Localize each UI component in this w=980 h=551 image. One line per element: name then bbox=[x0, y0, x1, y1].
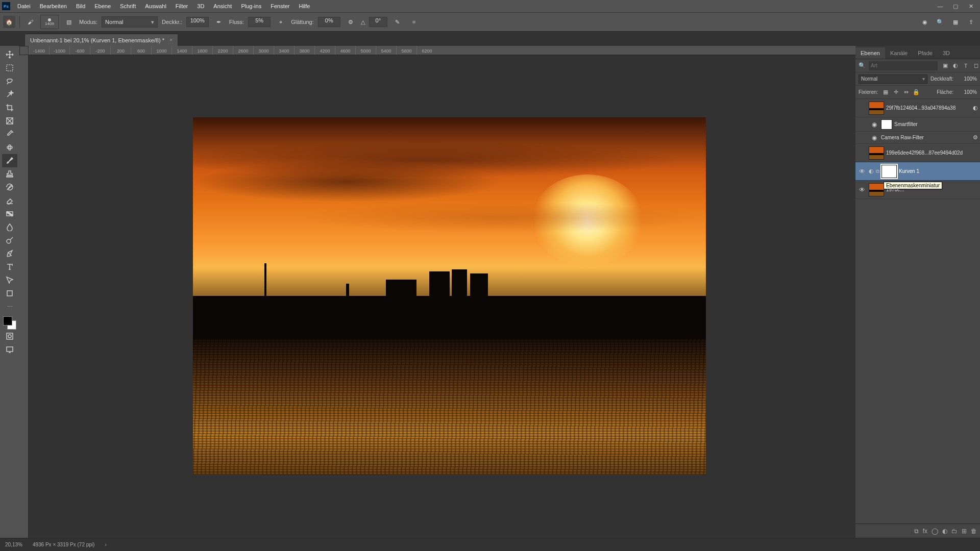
opacity-value[interactable]: 100% bbox=[957, 76, 977, 82]
mask-thumb[interactable] bbox=[881, 119, 892, 130]
filter-type-icon[interactable]: T bbox=[961, 61, 970, 70]
layer-row[interactable]: ◉ Camera Raw-Filter ⚙ bbox=[855, 132, 980, 144]
link-icon[interactable]: ⧉ bbox=[876, 168, 879, 174]
search-icon[interactable]: 🔍 bbox=[859, 62, 866, 69]
menu-plugins[interactable]: Plug-ins bbox=[237, 2, 265, 11]
brush-tool[interactable] bbox=[2, 154, 17, 167]
workspace-icon[interactable]: ▦ bbox=[949, 16, 962, 28]
menu-filter[interactable]: Filter bbox=[172, 2, 192, 11]
gradient-tool[interactable] bbox=[2, 207, 17, 220]
lock-all-icon[interactable]: 🔒 bbox=[912, 88, 921, 97]
close-tab-icon[interactable]: × bbox=[169, 37, 173, 43]
history-brush-tool[interactable] bbox=[2, 181, 17, 194]
blend-mode-select[interactable]: Normal bbox=[102, 16, 158, 28]
close-button[interactable]: ✕ bbox=[964, 1, 978, 11]
tablet-pressure-icon[interactable]: ✎ bbox=[391, 16, 404, 28]
maximize-button[interactable]: ▢ bbox=[948, 1, 963, 11]
tab-3d[interactable]: 3D bbox=[938, 47, 955, 59]
quickmask-tool[interactable] bbox=[2, 330, 17, 343]
layer-row[interactable]: 👁 1970c... Ebenenmaskenminiatur bbox=[855, 181, 980, 199]
opacity-input[interactable]: 100% bbox=[186, 17, 209, 27]
layer-row[interactable]: ◉ Smartfilter bbox=[855, 117, 980, 132]
frame-tool[interactable] bbox=[2, 114, 17, 128]
more-tools[interactable]: ⋯ bbox=[2, 300, 17, 313]
document-canvas[interactable] bbox=[193, 117, 706, 474]
canvas-area[interactable]: -1400-1000-600-2002006001000140018002200… bbox=[19, 46, 855, 538]
home-button[interactable]: 🏠 bbox=[3, 16, 15, 28]
smoothing-input[interactable]: 0% bbox=[318, 17, 340, 27]
stamp-tool[interactable] bbox=[2, 167, 17, 181]
menu-select[interactable]: Auswahl bbox=[141, 2, 170, 11]
mask-icon[interactable]: ◯ bbox=[932, 528, 938, 535]
filter-pixel-icon[interactable]: ▣ bbox=[941, 61, 950, 70]
visibility-toggle[interactable]: 👁 bbox=[857, 186, 867, 193]
layer-row[interactable]: 29f7fb124604...93a047894a38 ◐ bbox=[855, 99, 980, 117]
marquee-tool[interactable] bbox=[2, 61, 17, 74]
tab-layers[interactable]: Ebenen bbox=[855, 47, 885, 59]
blend-mode-select[interactable]: Normal bbox=[859, 74, 927, 84]
search-icon[interactable]: 🔍 bbox=[934, 16, 946, 28]
layer-filter-input[interactable] bbox=[869, 61, 938, 70]
menu-layer[interactable]: Ebene bbox=[90, 2, 115, 11]
layer-thumb[interactable] bbox=[869, 146, 884, 160]
doc-info-arrow[interactable]: › bbox=[105, 542, 106, 547]
lock-position-icon[interactable]: ✛ bbox=[891, 88, 900, 97]
fill-value[interactable]: 100% bbox=[957, 89, 977, 95]
filter-adj-icon[interactable]: ◐ bbox=[951, 61, 960, 70]
layer-row[interactable]: 👁 ◐ ⧉ Kurven 1 bbox=[855, 162, 980, 181]
flow-input[interactable]: 5% bbox=[248, 17, 271, 27]
mask-thumb[interactable] bbox=[881, 165, 897, 178]
group-icon[interactable]: 🗀 bbox=[951, 528, 958, 535]
doc-info[interactable]: 4936 Px × 3319 Px (72 ppi) bbox=[33, 542, 94, 547]
menu-image[interactable]: Bild bbox=[72, 2, 89, 11]
link-layers-icon[interactable]: ⧉ bbox=[914, 528, 919, 535]
symmetry-icon[interactable]: ⌗ bbox=[408, 16, 420, 28]
menu-3d[interactable]: 3D bbox=[193, 2, 208, 11]
smoothing-options-icon[interactable]: ⚙ bbox=[345, 16, 357, 28]
lock-pixels-icon[interactable]: ▦ bbox=[881, 88, 890, 97]
layer-name[interactable]: Kurven 1 bbox=[899, 168, 978, 174]
opacity-pressure-icon[interactable]: ✒ bbox=[213, 16, 225, 28]
visibility-toggle[interactable]: 👁 bbox=[857, 168, 867, 175]
lasso-tool[interactable] bbox=[2, 74, 17, 88]
color-swatch[interactable] bbox=[3, 316, 16, 330]
filter-name[interactable]: Camera Raw-Filter bbox=[881, 135, 971, 140]
blur-tool[interactable] bbox=[2, 220, 17, 234]
menu-edit[interactable]: Bearbeiten bbox=[36, 2, 71, 11]
angle-input[interactable]: 0° bbox=[369, 17, 387, 27]
menu-file[interactable]: Datei bbox=[13, 2, 35, 11]
dodge-tool[interactable] bbox=[2, 234, 17, 247]
layer-name[interactable]: 199e6dee42f968...87ee9494d02d bbox=[886, 150, 978, 156]
lock-artboard-icon[interactable]: ⇔ bbox=[901, 88, 911, 97]
screenmode-tool[interactable] bbox=[2, 343, 17, 356]
share-icon[interactable]: ⇪ bbox=[965, 16, 977, 28]
visibility-toggle[interactable]: ◉ bbox=[870, 121, 879, 128]
filter-options-icon[interactable]: ⚙ bbox=[973, 134, 978, 141]
tab-paths[interactable]: Pfade bbox=[913, 47, 938, 59]
document-tab[interactable]: Unbenannt-1 bei 20,1% (Kurven 1, Ebenenm… bbox=[24, 34, 178, 46]
layer-thumb[interactable] bbox=[869, 183, 884, 196]
new-layer-icon[interactable]: ⊞ bbox=[962, 528, 967, 535]
adjustment-icon[interactable]: ◐ bbox=[942, 528, 947, 535]
menu-view[interactable]: Ansicht bbox=[209, 2, 236, 11]
shape-tool[interactable] bbox=[2, 287, 17, 300]
eyedropper-tool[interactable] bbox=[2, 128, 17, 141]
tab-channels[interactable]: Kanäle bbox=[885, 47, 913, 59]
type-tool[interactable] bbox=[2, 260, 17, 273]
cloud-docs-icon[interactable]: ◉ bbox=[919, 16, 931, 28]
wand-tool[interactable] bbox=[2, 88, 17, 101]
menu-window[interactable]: Fenster bbox=[266, 2, 293, 11]
airbrush-icon[interactable]: ⌖ bbox=[275, 16, 287, 28]
heal-tool[interactable] bbox=[2, 141, 17, 154]
brush-settings-icon[interactable]: ▧ bbox=[63, 16, 75, 28]
brush-preset-picker[interactable]: 1409 bbox=[40, 15, 59, 29]
zoom-level[interactable]: 20,13% bbox=[5, 542, 22, 547]
layer-row[interactable]: 199e6dee42f968...87ee9494d02d bbox=[855, 144, 980, 162]
layer-name[interactable]: 29f7fb124604...93a047894a38 bbox=[886, 105, 971, 111]
menu-help[interactable]: Hilfe bbox=[295, 2, 314, 11]
filter-shape-icon[interactable]: ◻ bbox=[971, 61, 980, 70]
layer-thumb[interactable] bbox=[869, 102, 884, 115]
path-tool[interactable] bbox=[2, 273, 17, 287]
fg-color[interactable] bbox=[3, 316, 12, 325]
delete-icon[interactable]: 🗑 bbox=[971, 528, 977, 535]
